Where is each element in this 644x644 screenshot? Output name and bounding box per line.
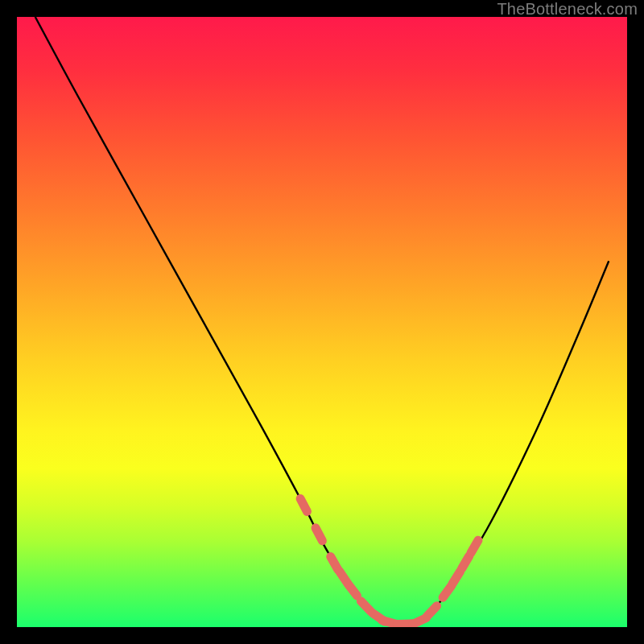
highlight-marker — [316, 528, 322, 541]
highlight-marker — [300, 498, 307, 511]
marker-group — [300, 498, 478, 624]
highlight-marker — [331, 557, 338, 570]
curve-svg — [17, 17, 627, 627]
watermark-text: TheBottleneck.com — [497, 0, 638, 19]
highlight-marker — [452, 572, 460, 584]
highlight-marker — [471, 540, 478, 553]
highlight-marker — [427, 606, 436, 617]
highlight-marker — [361, 601, 370, 612]
plot-area — [17, 17, 627, 627]
highlight-marker — [443, 586, 452, 598]
highlight-marker — [348, 584, 357, 596]
outer-frame: TheBottleneck.com — [0, 0, 644, 644]
highlight-marker — [462, 556, 469, 569]
